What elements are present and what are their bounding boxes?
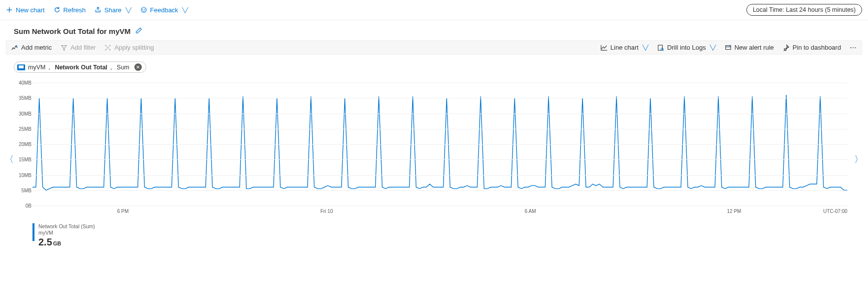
top-bar: New chart Refresh Share ╲╱ Feedback ╲╱ L… [0, 0, 868, 20]
share-button[interactable]: Share ╲╱ [95, 6, 131, 14]
legend-color-bar [32, 223, 34, 241]
svg-point-3 [142, 9, 143, 9]
smile-icon [140, 6, 147, 13]
chart-legend: Network Out Total (Sum) myVM 2.5GB [32, 223, 862, 248]
y-tick-label: 15MB [10, 157, 32, 162]
metric-pill[interactable]: myVM, Network Out Total, Sum ✕ [14, 61, 146, 73]
grid-line [32, 129, 847, 129]
svg-point-2 [141, 7, 147, 13]
refresh-button[interactable]: Refresh [54, 6, 86, 14]
toolbar-right: Line chart ╲╱ Drill into Logs ╲╱ New ale… [601, 44, 857, 51]
add-metric-label: Add metric [21, 44, 52, 51]
pill-resource: myVM [28, 64, 45, 71]
chart-plot[interactable]: 0B5MB10MB15MB20MB25MB30MB35MB40MB [32, 83, 847, 206]
grid-line [32, 206, 847, 206]
apply-splitting-label: Apply splitting [114, 44, 154, 51]
x-tick-label: Fri 10 [321, 209, 333, 214]
plus-icon [6, 6, 13, 13]
add-metric-button[interactable]: Add metric [11, 44, 52, 51]
grid-line [32, 144, 847, 145]
metric-pill-row: myVM, Network Out Total, Sum ✕ [0, 55, 868, 76]
y-tick-label: 40MB [10, 80, 32, 86]
split-icon [104, 44, 111, 51]
chart-area: 〈 〉 0B5MB10MB15MB20MB25MB30MB35MB40MB UT… [6, 83, 862, 248]
chevron-down-icon: ╲╱ [643, 45, 648, 50]
y-tick-label: 20MB [10, 142, 32, 147]
toolbar-left: Add metric Add filter Apply splitting [11, 44, 154, 51]
top-bar-left: New chart Refresh Share ╲╱ Feedback ╲╱ [6, 6, 188, 14]
pill-metric: Network Out Total [55, 64, 107, 71]
legend-resource: myVM [38, 230, 95, 236]
grid-line [32, 98, 847, 98]
more-options-button[interactable]: ··· [850, 44, 857, 51]
chevron-down-icon: ╲╱ [710, 45, 716, 50]
share-icon [95, 6, 101, 13]
remove-metric-button[interactable]: ✕ [134, 63, 142, 71]
new-alert-button[interactable]: New alert rule [725, 44, 774, 51]
drill-logs-label: Drill into Logs [667, 44, 706, 51]
chart-type-label: Line chart [611, 44, 639, 51]
edit-title-button[interactable] [135, 27, 142, 35]
share-label: Share [104, 6, 122, 14]
alert-icon [725, 44, 732, 51]
time-range-picker[interactable]: Local Time: Last 24 hours (5 minutes) [746, 4, 862, 16]
grid-line [32, 159, 847, 160]
y-tick-label: 30MB [10, 111, 32, 116]
y-tick-label: 5MB [10, 187, 32, 193]
pencil-icon [135, 27, 142, 34]
chevron-down-icon: ╲╱ [126, 7, 131, 13]
chart-title-row: Sum Network Out Total for myVM [0, 20, 868, 40]
new-alert-label: New alert rule [735, 44, 774, 51]
svg-point-4 [144, 9, 145, 9]
refresh-icon [54, 6, 61, 13]
grid-line [32, 83, 847, 83]
refresh-label: Refresh [64, 6, 86, 14]
grid-line [32, 114, 847, 114]
time-range-label: Local Time: Last 24 hours (5 minutes) [753, 6, 856, 13]
feedback-button[interactable]: Feedback ╲╱ [140, 6, 188, 14]
pin-dashboard-button[interactable]: Pin to dashboard [783, 44, 841, 51]
chevron-down-icon: ╲╱ [182, 7, 188, 13]
grid-line [32, 175, 847, 176]
pin-dashboard-label: Pin to dashboard [793, 44, 841, 51]
new-chart-label: New chart [16, 6, 45, 14]
legend-value: 2.5GB [38, 237, 95, 248]
vm-icon [17, 64, 25, 70]
x-axis: UTC-07:00 6 PMFri 106 AM12 PM [32, 209, 847, 216]
timezone-label: UTC-07:00 [823, 209, 847, 214]
y-tick-label: 35MB [10, 95, 32, 101]
feedback-label: Feedback [150, 6, 178, 14]
pin-icon [783, 44, 790, 51]
legend-series: Network Out Total (Sum) [38, 223, 95, 230]
x-tick-label: 6 PM [117, 209, 129, 214]
logs-icon [657, 44, 664, 51]
grid-line [32, 190, 847, 191]
y-tick-label: 25MB [10, 126, 32, 131]
pill-aggregation: Sum [117, 64, 129, 71]
add-metric-icon [11, 44, 18, 51]
legend-text: Network Out Total (Sum) myVM 2.5GB [38, 223, 95, 248]
svg-line-13 [663, 50, 664, 51]
drill-logs-button[interactable]: Drill into Logs ╲╱ [657, 44, 716, 51]
y-tick-label: 0B [10, 203, 32, 209]
chart-toolbar: Add metric Add filter Apply splitting Li… [6, 40, 862, 55]
new-chart-button[interactable]: New chart [6, 6, 45, 14]
add-filter-button[interactable]: Add filter [61, 44, 96, 51]
y-tick-label: 10MB [10, 172, 32, 178]
x-tick-label: 6 AM [525, 209, 536, 214]
y-axis: 0B5MB10MB15MB20MB25MB30MB35MB40MB [10, 83, 32, 206]
apply-splitting-button[interactable]: Apply splitting [104, 44, 154, 51]
x-tick-label: 12 PM [727, 209, 741, 214]
filter-icon [61, 44, 67, 51]
chart-next-button[interactable]: 〉 [852, 151, 865, 167]
add-filter-label: Add filter [70, 44, 96, 51]
svg-point-12 [661, 48, 663, 50]
chart-type-button[interactable]: Line chart ╲╱ [601, 44, 648, 51]
chart-title: Sum Network Out Total for myVM [14, 27, 130, 35]
line-chart-icon [601, 44, 608, 51]
